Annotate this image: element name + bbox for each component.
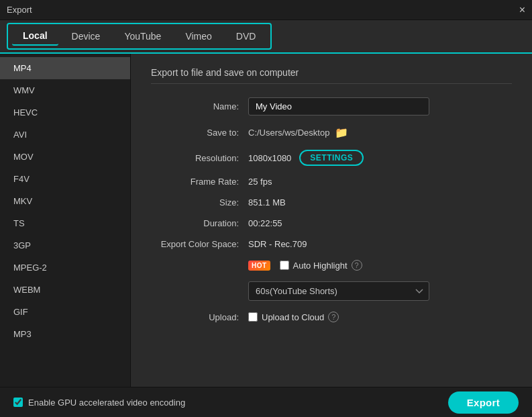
upload-row: Upload: Upload to Cloud ? <box>151 312 512 322</box>
save-path-text: C:/Users/ws/Desktop <box>248 128 329 138</box>
folder-icon[interactable]: 📁 <box>335 126 348 139</box>
auto-highlight-row: HOT Auto Highlight ? <box>151 260 512 271</box>
color-space-label: Export Color Space: <box>151 239 248 249</box>
auto-highlight-group: HOT Auto Highlight ? <box>248 260 362 271</box>
upload-group: Upload to Cloud ? <box>248 312 339 322</box>
sidebar-item-ts[interactable]: TS <box>0 212 130 234</box>
size-value: 851.1 MB <box>248 197 512 207</box>
upload-label: Upload: <box>151 312 248 322</box>
shorts-duration-row: 60s(YouTube Shorts) 30s(YouTube Shorts) … <box>151 281 512 301</box>
auto-highlight-text: Auto Highlight <box>293 261 348 271</box>
sidebar-item-hevc[interactable]: HEVC <box>0 101 130 124</box>
auto-highlight-label[interactable]: Auto Highlight <box>280 261 348 271</box>
auto-highlight-checkbox[interactable] <box>280 261 289 270</box>
resolution-row: Resolution: 1080x1080 SETTINGS <box>151 150 512 166</box>
close-button[interactable]: × <box>519 5 525 15</box>
export-button[interactable]: Export <box>448 391 519 414</box>
color-space-value: SDR - Rec.709 <box>248 239 512 249</box>
resolution-value: 1080x1080 <box>248 153 291 163</box>
tab-group: Local Device YouTube Vimeo DVD <box>7 23 272 50</box>
tab-local[interactable]: Local <box>12 27 58 46</box>
upload-help-icon[interactable]: ? <box>328 312 339 322</box>
duration-row: Duration: 00:22:55 <box>151 218 512 228</box>
resolution-value-group: 1080x1080 SETTINGS <box>248 150 364 166</box>
gpu-encoding-checkbox[interactable] <box>13 398 23 407</box>
auto-highlight-help-icon[interactable]: ? <box>352 260 362 271</box>
sidebar-item-wmv[interactable]: WMV <box>0 79 130 101</box>
dialog-title: Export <box>7 5 32 15</box>
settings-button[interactable]: SETTINGS <box>299 150 364 166</box>
gpu-encoding-text: Enable GPU accelerated video encoding <box>28 398 185 408</box>
sidebar-item-f4v[interactable]: F4V <box>0 168 130 190</box>
tab-youtube[interactable]: YouTube <box>113 27 172 46</box>
save-to-row: Save to: C:/Users/ws/Desktop 📁 <box>151 126 512 139</box>
upload-cloud-text: Upload to Cloud <box>262 312 324 322</box>
size-label: Size: <box>151 197 248 207</box>
duration-label: Duration: <box>151 218 248 228</box>
sidebar-item-gif[interactable]: GIF <box>0 301 130 323</box>
save-to-path-group: C:/Users/ws/Desktop 📁 <box>248 126 348 139</box>
tabs-bar: Local Device YouTube Vimeo DVD <box>0 20 532 54</box>
tab-dvd[interactable]: DVD <box>225 27 267 46</box>
hot-badge: HOT <box>248 261 270 271</box>
resolution-label: Resolution: <box>151 153 248 163</box>
duration-value: 00:22:55 <box>248 218 512 228</box>
sidebar-item-avi[interactable]: AVI <box>0 124 130 146</box>
content-header: Export to file and save on computer <box>151 67 512 84</box>
sidebar-item-mkv[interactable]: MKV <box>0 190 130 212</box>
upload-cloud-checkbox[interactable] <box>248 312 258 322</box>
name-input[interactable] <box>248 97 429 115</box>
bottom-bar: Enable GPU accelerated video encoding Ex… <box>0 387 532 417</box>
sidebar-item-webm[interactable]: WEBM <box>0 279 130 301</box>
main-layout: MP4 WMV HEVC AVI MOV F4V MKV TS 3GP MPEG… <box>0 54 532 387</box>
frame-rate-value: 25 fps <box>248 177 512 187</box>
sidebar-item-mpeg2[interactable]: MPEG-2 <box>0 257 130 279</box>
sidebar-item-3gp[interactable]: 3GP <box>0 234 130 257</box>
export-settings-panel: Export to file and save on computer Name… <box>131 54 532 387</box>
title-bar: Export × <box>0 0 532 20</box>
name-label: Name: <box>151 101 248 111</box>
save-to-label: Save to: <box>151 128 248 138</box>
tab-device[interactable]: Device <box>61 27 111 46</box>
sidebar-item-mp3[interactable]: MP3 <box>0 323 130 345</box>
size-row: Size: 851.1 MB <box>151 197 512 207</box>
shorts-duration-select[interactable]: 60s(YouTube Shorts) 30s(YouTube Shorts) … <box>248 281 429 301</box>
format-sidebar: MP4 WMV HEVC AVI MOV F4V MKV TS 3GP MPEG… <box>0 54 131 387</box>
frame-rate-row: Frame Rate: 25 fps <box>151 177 512 187</box>
name-row: Name: <box>151 97 512 115</box>
sidebar-item-mp4[interactable]: MP4 <box>0 57 130 79</box>
frame-rate-label: Frame Rate: <box>151 177 248 187</box>
color-space-row: Export Color Space: SDR - Rec.709 <box>151 239 512 249</box>
upload-cloud-label[interactable]: Upload to Cloud <box>248 312 324 322</box>
sidebar-item-mov[interactable]: MOV <box>0 146 130 168</box>
tab-vimeo[interactable]: Vimeo <box>174 27 222 46</box>
gpu-encoding-label[interactable]: Enable GPU accelerated video encoding <box>13 398 185 408</box>
